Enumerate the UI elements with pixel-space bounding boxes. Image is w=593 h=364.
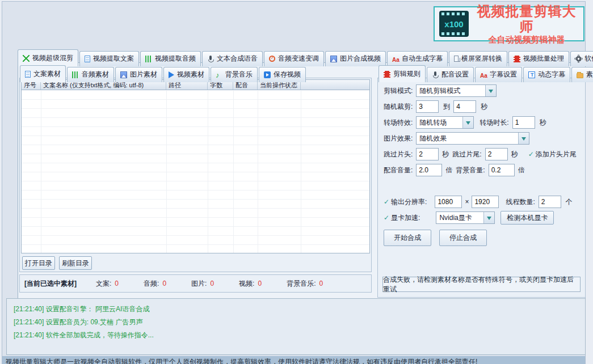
- resolution-checkbox[interactable]: 输出分辨率:: [384, 197, 430, 207]
- film-icon: [384, 71, 390, 78]
- chevron-down-icon[interactable]: [485, 85, 496, 96]
- chevron-down-icon[interactable]: [518, 133, 529, 144]
- film-strip-logo-icon: x100: [439, 11, 469, 37]
- tab-save-video[interactable]: 保存视频: [259, 67, 306, 82]
- transition-duration-label: 转场时长:: [480, 118, 508, 128]
- image-effect-select[interactable]: 随机效果: [416, 132, 529, 145]
- main-window: x100 视频批量剪辑大师 全自动视频剪辑神器 视频超级混剪 视频提取文案 视频…: [2, 1, 586, 364]
- image-icon: [330, 56, 337, 62]
- app-subtitle: 全自动视频剪辑神器: [474, 35, 579, 44]
- skip-tail-input[interactable]: [485, 148, 508, 160]
- add-head-tail-checkbox[interactable]: 添加片头片尾: [528, 150, 577, 159]
- logo-badge-text: x100: [444, 19, 463, 29]
- summary-bgm-count: 背景音乐:0: [287, 279, 323, 289]
- film-icon: [514, 56, 520, 62]
- selected-materials-strip: [当前已选中素材] 文案:0 音频:0 图片:0 视频:0 背景音乐:0: [19, 274, 372, 293]
- microphone-icon: [207, 56, 214, 62]
- tab-dub-settings[interactable]: 配音设置: [427, 67, 474, 82]
- times-label: 倍: [518, 166, 525, 175]
- tab-extract-text[interactable]: 视频提取文案: [79, 51, 139, 66]
- check-icon: [384, 198, 389, 206]
- settings-tab-bar: 剪辑规则 配音设置 字幕设置 动态字幕 素材目录: [378, 65, 593, 82]
- tab-audio-speed-pitch[interactable]: 音频变速变调: [264, 51, 324, 66]
- start-compose-button[interactable]: 开始合成: [384, 230, 431, 246]
- material-list-group: 序号 文案名称 (仅支持txt格式, 编码: utf-8) 路径 字数 配音 当…: [19, 78, 372, 272]
- summary-text-count: 文案:0: [96, 279, 119, 289]
- threads-input[interactable]: [539, 196, 561, 208]
- compose-buttons-row: 开始合成 停止合成: [384, 229, 487, 246]
- threads-label: 线程数量:: [506, 197, 535, 207]
- subtitle-aa-icon: [480, 71, 487, 78]
- tab-audio-material[interactable]: 音频素材: [67, 67, 114, 82]
- voice-volume-label: 配音音量:: [384, 166, 413, 175]
- chevron-down-icon[interactable]: [462, 117, 473, 128]
- clip-mode-select[interactable]: 随机剪辑模式: [416, 84, 497, 97]
- tab-auto-subtitle[interactable]: 自动生成字幕: [387, 51, 448, 66]
- bg-volume-input[interactable]: [489, 164, 515, 176]
- col-filler: [301, 80, 369, 90]
- tab-dynamic-subtitle[interactable]: 动态字幕: [523, 67, 570, 82]
- app-title: 视频批量剪辑大师: [474, 3, 579, 35]
- tab-batch-process[interactable]: 视频批量处理: [508, 51, 569, 66]
- play-icon: [169, 71, 174, 78]
- tab-bg-music[interactable]: 背景音乐: [211, 67, 258, 82]
- tab-text-material[interactable]: 文案素材: [20, 65, 66, 82]
- tab-clip-rules[interactable]: 剪辑规则: [378, 65, 426, 82]
- t-box-icon: [528, 71, 535, 78]
- tab-orientation-convert[interactable]: 横屏竖屏转换: [449, 51, 507, 66]
- transition-select[interactable]: 随机转场: [416, 116, 474, 129]
- random-cut-row: 随机裁剪: 到 秒: [384, 100, 491, 113]
- summary-audio-count: 音频:0: [144, 279, 166, 289]
- material-table[interactable]: 序号 文案名称 (仅支持txt格式, 编码: utf-8) 路径 字数 配音 当…: [21, 79, 370, 253]
- resolution-height-input[interactable]: [472, 196, 499, 208]
- bg-volume-label: 背景音量:: [456, 166, 485, 175]
- skip-head-input[interactable]: [416, 148, 439, 160]
- material-table-body[interactable]: [22, 91, 369, 253]
- transition-duration-input[interactable]: [512, 116, 535, 129]
- gpu-accel-checkbox[interactable]: 显卡加速:: [384, 213, 423, 223]
- footer-disclaimer-bar: 视频批量剪辑大师是一款视频全自动剪辑软件，仅用于个人原创视频制作，提高剪辑效率，…: [2, 356, 585, 364]
- refresh-directory-button[interactable]: 刷新目录: [59, 256, 92, 270]
- tab-video-material[interactable]: 视频素材: [163, 67, 209, 82]
- seconds-label: 秒: [442, 150, 449, 159]
- clip-mode-label: 剪辑模式:: [384, 86, 413, 96]
- tab-video-super-mix[interactable]: 视频超级混剪: [18, 49, 78, 66]
- main-tab-bar: 视频超级混剪 视频提取文案 视频提取音频 文本合成语音 音频变速变调 图片合成视…: [18, 49, 593, 66]
- to-label: 到: [443, 102, 450, 112]
- multiply-label: ×: [465, 198, 469, 206]
- tab-image-material[interactable]: 图片素材: [115, 67, 162, 82]
- transition-row: 转场特效: 随机转场 转场时长: 秒: [384, 116, 550, 129]
- random-cut-from-input[interactable]: [416, 100, 439, 113]
- transition-label: 转场特效:: [384, 118, 413, 128]
- tab-software-settings[interactable]: 软件参数设置: [570, 51, 593, 66]
- tab-image-to-video[interactable]: 图片合成视频: [325, 51, 386, 66]
- tab-extract-audio[interactable]: 视频提取音频: [140, 51, 201, 66]
- subtitle-aa-icon: [392, 56, 399, 62]
- stop-compose-button[interactable]: 停止合成: [439, 230, 487, 246]
- folder-icon: [577, 73, 583, 78]
- image-effect-label: 图片效果:: [384, 134, 413, 143]
- skip-row: 跳过片头: 秒 跳过片尾: 秒 添加片头片尾: [384, 147, 577, 161]
- gpu-select[interactable]: Nvidia显卡: [436, 211, 495, 224]
- tab-subtitle-settings[interactable]: 字幕设置: [475, 67, 522, 82]
- waveform-icon: [145, 56, 152, 62]
- clip-rules-group: 剪辑模式: 随机剪辑模式 随机裁剪: 到 秒 转场特效: 随机转场 转场时长: …: [377, 78, 586, 298]
- open-directory-button[interactable]: 打开目录: [22, 256, 55, 270]
- image-icon: [120, 71, 127, 78]
- app-logo: x100 视频批量剪辑大师 全自动视频剪辑神器: [434, 6, 584, 41]
- voice-volume-input[interactable]: [416, 164, 442, 176]
- waveform-icon: [72, 71, 79, 78]
- rotate-screen-icon: [454, 56, 459, 62]
- resolution-row: 输出分辨率: × 线程数量: 个: [384, 195, 576, 209]
- tab-material-directory[interactable]: 素材目录: [571, 67, 593, 82]
- gear-icon: [575, 56, 582, 62]
- random-cut-to-input[interactable]: [453, 100, 476, 113]
- scissors-icon: [23, 55, 30, 62]
- tab-text-to-speech[interactable]: 文本合成语音: [202, 51, 263, 66]
- image-effect-row: 图片效果: 随机效果: [384, 132, 529, 145]
- summary-video-count: 视频:0: [239, 279, 262, 289]
- detect-gpu-button[interactable]: 检测本机显卡: [501, 211, 554, 225]
- check-icon: [384, 214, 389, 222]
- resolution-width-input[interactable]: [435, 196, 462, 208]
- chevron-down-icon[interactable]: [483, 212, 494, 223]
